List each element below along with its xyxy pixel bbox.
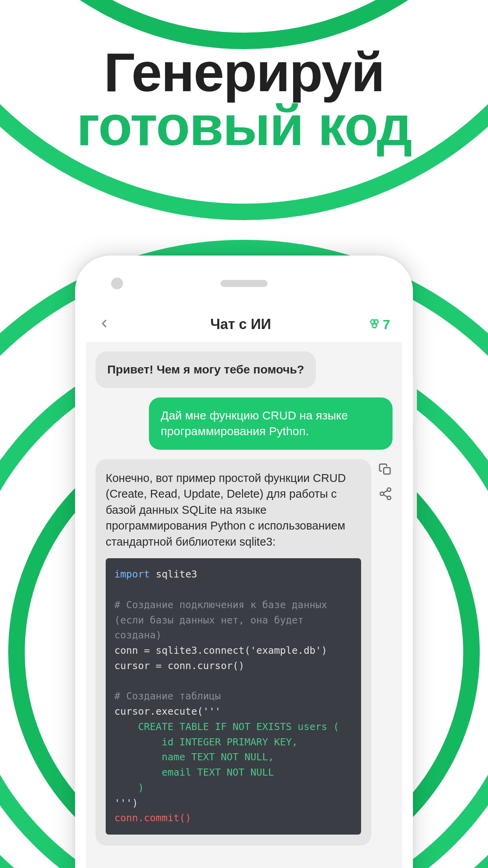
phone-side-button (413, 444, 417, 523)
phone-speaker (220, 280, 268, 287)
headline-line2: готовый код (0, 100, 488, 152)
copy-button[interactable] (378, 462, 393, 478)
phone-camera (111, 278, 123, 289)
points-count: 7 (383, 317, 390, 332)
bot-message: Привет! Чем я могу тебе помочь? (95, 351, 316, 388)
share-icon (378, 487, 393, 501)
code-comment: # Создание таблицы (114, 690, 221, 702)
share-button[interactable] (378, 487, 393, 502)
code-block: import sqlite3 # Создание подключения к … (106, 558, 361, 835)
bot-reply-card: Конечно, вот пример простой функции CRUD… (95, 459, 371, 846)
code-commit: conn.commit() (114, 812, 191, 824)
code-sql: CREATE TABLE IF NOT EXISTS users ( id IN… (114, 721, 339, 793)
headline-line1: Генерируй (0, 47, 488, 98)
bot-reply-block: Конечно, вот пример простой функции CRUD… (95, 459, 393, 846)
svg-line-5 (383, 495, 387, 497)
phone-side-button (413, 377, 417, 421)
phone-mockup: Чат с ИИ 7 Привет! Чем я могу тебе помоч… (75, 256, 413, 868)
bot-reply-text: Конечно, вот пример простой функции CRUD… (106, 470, 361, 550)
code-module: sqlite3 (156, 568, 197, 580)
code-line: cursor.execute(''' (114, 706, 221, 717)
chat-body: Привет! Чем я могу тебе помочь? Дай мне … (86, 342, 402, 855)
code-line: cursor = conn.cursor() (114, 660, 244, 671)
honeycomb-icon (368, 318, 381, 331)
svg-rect-0 (384, 467, 391, 474)
code-line: ''') (114, 797, 138, 809)
phone-screen: Чат с ИИ 7 Привет! Чем я могу тебе помоч… (86, 307, 402, 868)
code-line: conn = sqlite3.connect('example.db') (114, 645, 327, 656)
reply-actions (378, 459, 393, 846)
back-button[interactable] (98, 316, 114, 333)
points-badge[interactable]: 7 (368, 317, 390, 332)
user-message: Дай мне функцию CRUD на языке программир… (149, 397, 393, 450)
svg-line-4 (383, 490, 387, 493)
code-comment: # Создание подключения к базе данных (ес… (114, 599, 333, 641)
chat-header: Чат с ИИ 7 (86, 307, 402, 342)
chevron-left-icon (98, 317, 110, 330)
promo-headline: Генерируй готовый код (0, 0, 488, 151)
chat-title: Чат с ИИ (210, 316, 271, 333)
code-keyword: import (114, 568, 150, 580)
copy-icon (378, 462, 393, 476)
